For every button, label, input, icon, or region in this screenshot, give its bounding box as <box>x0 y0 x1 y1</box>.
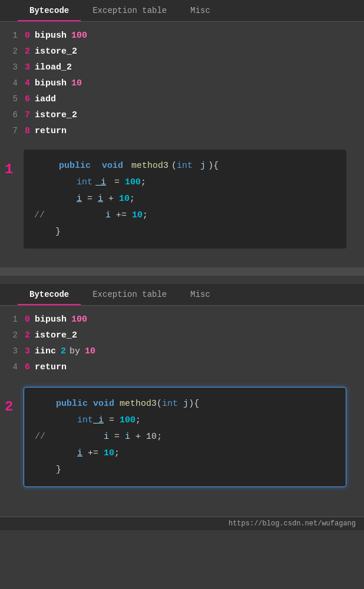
code-number: 100 <box>120 412 135 429</box>
code-var: i <box>95 174 106 191</box>
code-line-2-2: int i = 100 ; <box>35 412 335 429</box>
bc-by: by <box>70 344 80 359</box>
bc-instruction: bipush <box>35 312 67 327</box>
code-keyword: public <box>59 158 91 174</box>
code-pluseq: += <box>82 445 104 462</box>
indent <box>35 396 56 412</box>
footer-url: https://blog.csdn.net/wufagang <box>229 519 356 528</box>
code-line-2-1: public void method3 ( int j ){ <box>35 396 335 412</box>
tab-exception-1[interactable]: Exception table <box>81 0 178 21</box>
section-number-1: 1 <box>5 161 13 177</box>
code-space <box>94 158 99 174</box>
line-num: 7 <box>6 123 18 138</box>
code-var-i: i <box>77 191 82 207</box>
bc-instruction: istore_2 <box>35 108 77 123</box>
bc-instruction: istore_2 <box>35 328 77 343</box>
bc-instruction: iinc <box>35 344 56 359</box>
code-keyword: public <box>56 396 88 412</box>
code-number-2: 10 <box>104 445 114 462</box>
line-num: 6 <box>6 107 18 123</box>
code-number: 100 <box>125 174 141 191</box>
bc-instruction: return <box>35 124 67 139</box>
bc-offset: 6 <box>25 360 30 375</box>
bytecode-line-1-7: 7 8 return <box>0 123 364 139</box>
code-var-i2: i <box>125 429 130 445</box>
indent3 <box>35 445 77 462</box>
code-param-type: int <box>177 158 193 174</box>
code-line-3: i = i + 10 ; <box>34 191 336 207</box>
tab-bytecode-2[interactable]: Bytecode <box>18 284 81 305</box>
bc-arg-1: 2 <box>61 344 66 359</box>
indent2 <box>47 207 105 224</box>
line-num: 2 <box>6 44 18 59</box>
code-box-2: public void method3 ( int j ){ int i = 1… <box>24 387 346 487</box>
code-param-name: j <box>195 158 206 174</box>
tab-exception-2[interactable]: Exception table <box>81 284 178 305</box>
indent <box>34 191 77 207</box>
code-plus: + <box>103 191 119 207</box>
code-comment: // <box>34 207 45 224</box>
section-number-2: 2 <box>5 399 13 415</box>
code-eq: = <box>109 174 125 191</box>
code-param-type: int <box>162 396 178 412</box>
line-num: 5 <box>6 91 18 107</box>
bytecode-line-2-2: 2 2 istore_2 <box>0 327 364 343</box>
separator <box>0 267 364 276</box>
bc-offset: 0 <box>25 312 30 327</box>
tab-misc-2[interactable]: Misc <box>178 284 222 305</box>
code-param: j <box>178 396 188 412</box>
bytecode-line-1-3: 3 3 iload_2 <box>0 59 364 75</box>
bytecode-line-2-1: 1 0 bipush 100 <box>0 312 364 327</box>
indent3 <box>34 224 55 240</box>
line-num: 4 <box>6 75 18 91</box>
bc-offset: 6 <box>25 92 30 107</box>
line-num: 2 <box>6 327 18 343</box>
bc-instruction: return <box>35 360 67 375</box>
bc-instruction: bipush <box>35 76 67 91</box>
bytecode-line-1-2: 2 2 istore_2 <box>0 44 364 59</box>
code-eq: = <box>104 412 120 429</box>
line-num: 3 <box>6 343 18 359</box>
code-line-2-3: // i = i + 10 ; <box>35 429 335 445</box>
bytecode-line-1-1: 1 0 bipush 100 <box>0 28 364 44</box>
code-var: i <box>93 412 104 429</box>
bc-offset: 0 <box>25 28 30 44</box>
bc-instruction: iadd <box>35 92 56 107</box>
bytecode-area-2: 1 0 bipush 100 2 2 istore_2 3 3 iinc 2 b… <box>0 306 364 381</box>
code-keyword-2: void <box>93 396 114 412</box>
code-semi: ; <box>141 174 146 191</box>
code-semi2: ; <box>130 191 135 207</box>
bytecode-line-2-4: 4 6 return <box>0 359 364 375</box>
code-pluseq: += <box>111 207 132 224</box>
bc-offset: 2 <box>25 328 30 343</box>
line-num: 4 <box>6 359 18 375</box>
indent <box>35 412 77 429</box>
code-var-i2: i <box>98 191 103 207</box>
tab-bar-1: Bytecode Exception table Misc <box>0 0 364 22</box>
code-brace-close: } <box>55 224 61 240</box>
code-line-4: // i += 10 ; <box>34 207 336 224</box>
code-number-2: 10 <box>119 191 130 207</box>
code-line-2: int i = 100 ; <box>34 174 336 191</box>
code-var-i3: i <box>105 207 111 224</box>
tab-misc-1[interactable]: Misc <box>178 0 222 21</box>
panel-1: Bytecode Exception table Misc 1 0 bipush… <box>0 0 364 267</box>
bytecode-line-1-5: 5 6 iadd <box>0 91 364 107</box>
code-brace-close: } <box>56 462 61 478</box>
code-eq2: = <box>82 191 98 207</box>
footer-bar: https://blog.csdn.net/wufagang <box>0 517 364 530</box>
sp <box>88 396 93 412</box>
bc-offset: 4 <box>25 76 30 91</box>
bc-instruction: istore_2 <box>35 44 77 59</box>
section-1: 1 public void method3 ( int j ){ int i <box>0 150 364 267</box>
code-semi: ; <box>135 412 141 429</box>
code-semi2: ; <box>157 429 162 445</box>
bc-arg-2: 10 <box>85 344 95 359</box>
bc-instruction: iload_2 <box>35 60 72 75</box>
tab-bytecode-1[interactable]: Bytecode <box>18 0 81 21</box>
line-num: 1 <box>6 312 18 327</box>
bc-offset: 7 <box>25 108 30 123</box>
code-box-1: public void method3 ( int j ){ int i = 1… <box>24 150 346 249</box>
bc-arg: 100 <box>71 312 87 327</box>
section-2: 2 public void method3 ( int j ){ int i <box>0 387 364 517</box>
